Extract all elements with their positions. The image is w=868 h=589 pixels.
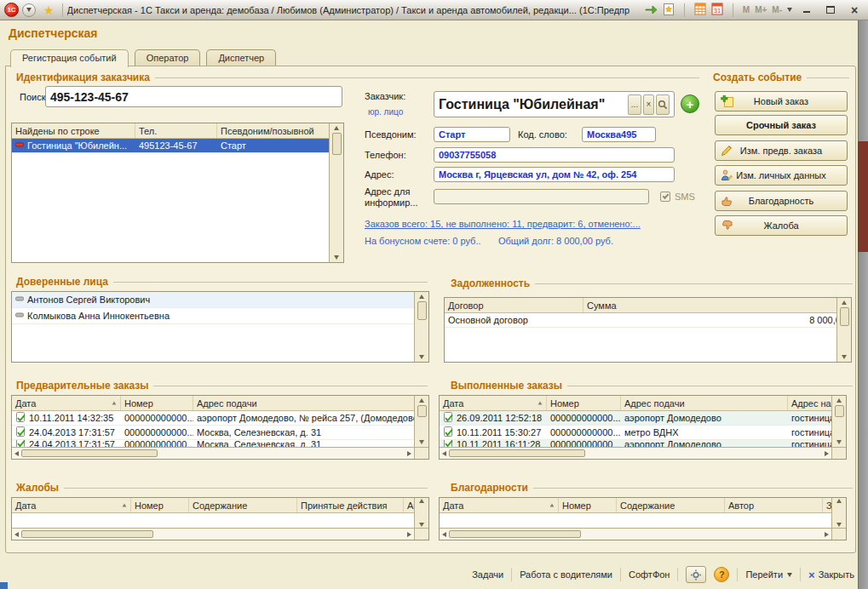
search-input[interactable]: 495-123-45-67 [45,86,342,107]
codeword-field[interactable]: Москва495 [582,127,656,142]
column-header[interactable]: Адрес подачи [621,396,788,410]
history-icon[interactable] [644,3,658,17]
scrollbar-thumb[interactable] [417,301,427,320]
phone-field[interactable]: 09037755058 [434,147,675,163]
order-row[interactable]: 24.04.2013 17:31:57 000000000000... Моск… [12,426,428,440]
calendar-icon[interactable]: 31 [711,3,723,17]
add-favorite-icon[interactable] [663,3,675,17]
minimize-icon [803,7,810,13]
address-field[interactable]: Москва г, Ярцевская ул, дом № 42, оф. 25… [434,167,675,182]
scrollbar-thumb[interactable] [449,449,585,457]
toolbar-overflow-icon[interactable] [787,8,792,12]
search-result-row[interactable]: Гостиница "Юбилейн... 495123-45-67 Старт [12,139,343,153]
column-header[interactable]: Номер [121,396,193,410]
column-header[interactable]: Адрес подачи [193,396,428,410]
customer-name-field[interactable]: Гостиница "Юбилейная" ... × [434,91,675,117]
scrollbar-thumb[interactable] [417,405,427,417]
order-row[interactable]: 10.11.2011 14:32:35 000000000000... аэро… [12,411,428,426]
column-header[interactable]: Автор [725,498,823,512]
close-button[interactable]: × [845,3,864,18]
customer-clear-button[interactable]: × [643,94,654,115]
scrollbar-thumb[interactable] [21,449,158,457]
tab-event-registration[interactable]: Регистрация событий [10,49,129,67]
close-form-button[interactable]: × Закрыть [808,569,854,580]
registration-panel: Идентификация заказчика Поиск: 495-123-4… [5,66,856,553]
trusted-person-row[interactable]: Колмыкова Анна Иннокентьевна [12,308,428,324]
vertical-scrollbar[interactable] [329,123,343,262]
alias-field[interactable]: Старт [434,127,510,142]
softphone-link[interactable]: СофтФон [629,569,670,580]
column-header[interactable]: Содержание [189,498,297,512]
favorites-star-icon[interactable]: ★ [43,4,55,16]
command-bar: Задачи Работа с водителями СофтФон ? Пер… [472,566,854,583]
column-header[interactable]: Тел. [135,123,217,138]
new-order-button[interactable]: Новый заказ [715,91,848,112]
orders-summary-link[interactable]: Заказов всего: 15, не выполнено: 11, пре… [365,219,641,229]
column-header[interactable]: Содержание [617,498,725,512]
thumb-up-icon [721,195,733,209]
vertical-scrollbar[interactable] [831,396,846,447]
scrollbar-thumb[interactable] [332,133,342,155]
horizontal-scrollbar[interactable] [440,528,831,540]
sms-checkbox[interactable] [660,192,670,202]
vertical-scrollbar[interactable] [836,298,851,362]
settings-button[interactable] [686,566,706,583]
column-header-sorted[interactable]: Дата [440,396,547,410]
gratitude-button[interactable]: Благодарность [715,191,848,211]
tab-dispatcher[interactable]: Диспетчер [206,49,276,66]
memory-m-minus-button[interactable]: M- [772,5,782,14]
scrollbar-thumb[interactable] [449,530,581,538]
column-header-sorted[interactable]: Дата [12,396,121,410]
vertical-scrollbar[interactable] [831,498,846,528]
minimize-button[interactable] [797,3,816,18]
column-header[interactable]: Сумма [583,298,851,312]
tab-operator[interactable]: Оператор [135,49,201,66]
vertical-scrollbar[interactable] [414,498,428,528]
horizontal-scrollbar[interactable] [12,528,414,540]
customer-search-button[interactable] [656,94,670,115]
inform-address-field[interactable] [434,189,649,204]
column-header[interactable]: Договор [445,298,583,312]
debt-row[interactable]: Основной договор 8 000,00 [445,313,851,328]
scrollbar-corner [831,528,846,540]
column-header[interactable]: Принятые действия [297,498,404,512]
column-header[interactable]: Псевдоним/позывной [217,123,343,138]
column-header[interactable]: Номер [559,498,617,512]
order-row[interactable]: 10.11.2011 15:30:27 000000000000... метр… [440,426,846,440]
drivers-work-link[interactable]: Работа с водителями [520,569,612,580]
edit-preliminary-order-button[interactable]: Изм. предв. заказа [715,140,848,161]
scrollbar-thumb[interactable] [21,530,153,538]
goto-menu-button[interactable]: Перейти [745,569,792,580]
trusted-person-row[interactable]: Антонов Сергей Викторович [12,292,428,308]
memory-m-button[interactable]: M [743,5,750,14]
memory-m-plus-button[interactable]: M+ [755,5,767,14]
horizontal-scrollbar[interactable] [440,447,831,459]
customer-select-button[interactable]: ... [628,94,641,115]
add-customer-button[interactable]: + [681,94,699,113]
column-header[interactable]: Номер [131,498,189,512]
tasks-link[interactable]: Задачи [472,569,503,580]
person-icon [721,169,733,183]
vertical-scrollbar[interactable] [414,396,428,447]
order-row[interactable]: 26.09.2011 12:52:18 000000000000... аэро… [440,411,846,426]
help-button[interactable]: ? [714,567,729,582]
maximize-button[interactable] [821,3,840,18]
complaint-button[interactable]: Жалоба [715,215,848,236]
column-header-sorted[interactable]: Дата [440,498,559,512]
main-menu-button[interactable] [22,3,36,17]
customer-type-link[interactable]: юр. лицо [368,107,403,117]
column-header[interactable]: Найдены по строке [12,123,135,138]
vertical-scrollbar[interactable] [414,292,428,362]
close-x-icon: × [808,569,815,580]
scrollbar-corner [414,528,428,540]
urgent-order-button[interactable]: Срочный заказ [715,115,848,135]
calculator-icon[interactable] [694,3,706,17]
column-header[interactable]: Номер [547,396,621,410]
scrollbar-thumb[interactable] [840,307,849,326]
scroll-up-icon [842,300,847,305]
scrollbar-thumb[interactable] [835,405,844,417]
scroll-down-icon [419,440,424,444]
column-header-sorted[interactable]: Дата [12,498,131,512]
horizontal-scrollbar[interactable] [12,447,414,459]
edit-personal-data-button[interactable]: Изм. личных данных [715,165,848,186]
